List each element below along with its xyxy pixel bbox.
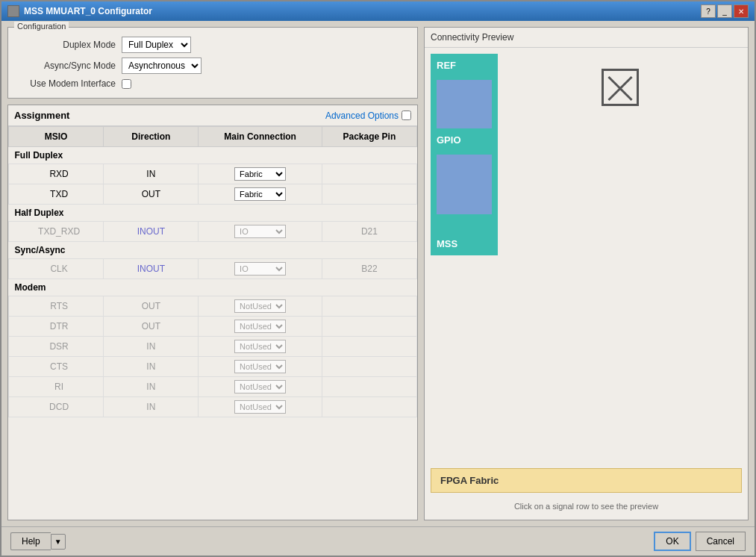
conn-dcd-select[interactable]: NotUsed Fabric IO <box>234 400 286 414</box>
modem-row: Use Modem Interface <box>17 78 408 89</box>
preview-hint-text: Click on a signal row to see the preview <box>514 502 658 511</box>
bottom-bar: Help ▼ OK Cancel <box>1 526 755 556</box>
fpga-fabric-bar: FPGA Fabric <box>431 468 742 493</box>
conn-dsr-select[interactable]: NotUsed Fabric IO <box>234 340 286 353</box>
mss-column: REF GPIO MSS <box>431 54 498 255</box>
conn-txd-rxd: IO Fabric NotUsed <box>199 222 322 242</box>
col-header-package-pin: Package Pin <box>322 127 416 147</box>
msio-dtr: DTR <box>9 317 104 337</box>
conn-rts: NotUsed Fabric IO <box>199 296 322 317</box>
msio-cts: CTS <box>9 357 104 377</box>
conn-clk-select[interactable]: IO Fabric NotUsed <box>234 262 286 276</box>
conn-txd: Fabric IO NotUsed <box>199 184 322 205</box>
msio-rxd: RXD <box>9 164 104 184</box>
msio-txd-rxd: TXD_RXD <box>9 222 104 242</box>
config-group-label: Configuration <box>14 22 69 31</box>
connectivity-preview-panel: Connectivity Preview REF <box>424 27 749 520</box>
table-row: DTR OUT NotUsed Fabric IO <box>9 317 417 337</box>
conn-rts-select[interactable]: NotUsed Fabric IO <box>234 299 286 313</box>
preview-hint: Click on a signal row to see the preview <box>431 499 742 514</box>
window-title: MSS MMUART_0 Configurator <box>24 6 152 16</box>
pkg-clk: B22 <box>322 259 416 279</box>
conn-txd-rxd-select[interactable]: IO Fabric NotUsed <box>234 225 286 238</box>
msio-dsr: DSR <box>9 337 104 357</box>
duplex-mode-select[interactable]: Full Duplex Half Duplex <box>122 37 191 53</box>
table-row: DCD IN NotUsed Fabric IO <box>9 397 417 417</box>
help-dropdown-arrow[interactable]: ▼ <box>51 534 66 550</box>
msio-ri: RI <box>9 377 104 397</box>
dir-clk: INOUT <box>104 259 199 279</box>
dir-rxd: IN <box>104 164 199 184</box>
section-sync-async-label: Sync/Async <box>9 242 417 259</box>
table-row: DSR IN NotUsed Fabric IO <box>9 337 417 357</box>
advanced-options-checkbox[interactable] <box>402 111 411 120</box>
conn-dsr: NotUsed Fabric IO <box>199 337 322 357</box>
close-button[interactable]: ✕ <box>734 4 749 18</box>
col-header-msio: MSIO <box>9 127 104 147</box>
pkg-dsr <box>322 337 416 357</box>
preview-title: Connectivity Preview <box>425 28 748 48</box>
dir-dtr: OUT <box>104 317 199 337</box>
conn-txd-select[interactable]: Fabric IO NotUsed <box>234 187 286 201</box>
preview-diagram: REF GPIO MSS <box>431 54 742 462</box>
table-row[interactable]: RXD IN Fabric IO NotUsed <box>9 164 417 184</box>
async-sync-row: Async/Sync Mode Asynchronous Synchronous <box>17 57 408 74</box>
help-button-titlebar[interactable]: ? <box>701 4 716 18</box>
msio-txd: TXD <box>9 184 104 205</box>
col-header-direction: Direction <box>104 127 199 147</box>
pkg-dtr <box>322 317 416 337</box>
conn-cts-select[interactable]: NotUsed Fabric IO <box>234 360 286 373</box>
gpio-label: GPIO <box>434 131 464 149</box>
pkg-dcd <box>322 397 416 417</box>
gpio-inner-block <box>437 155 492 214</box>
table-row[interactable]: TXD OUT Fabric IO NotUsed <box>9 184 417 205</box>
config-group: Configuration Duplex Mode Full Duplex Ha… <box>7 27 418 99</box>
table-row: CTS IN NotUsed Fabric IO <box>9 357 417 377</box>
dir-rts: OUT <box>104 296 199 317</box>
table-header-row: MSIO Direction Main Connection Package P… <box>9 127 417 147</box>
conn-rxd-select[interactable]: Fabric IO NotUsed <box>234 167 286 181</box>
minimize-button[interactable]: _ <box>717 4 732 18</box>
title-bar: MSS MMUART_0 Configurator ? _ ✕ <box>1 1 755 21</box>
assignment-title: Assignment <box>14 110 69 121</box>
fpga-fabric-label: FPGA Fabric <box>440 475 499 486</box>
col-header-main-connection: Main Connection <box>199 127 322 147</box>
conn-dtr: NotUsed Fabric IO <box>199 317 322 337</box>
async-sync-select[interactable]: Asynchronous Synchronous <box>122 57 202 74</box>
modem-checkbox[interactable] <box>122 79 131 89</box>
table-row: CLK INOUT IO Fabric NotUsed <box>9 259 417 279</box>
conn-dtr-select[interactable]: NotUsed Fabric IO <box>234 320 286 333</box>
xbox-symbol <box>602 69 639 106</box>
section-half-duplex: Half Duplex <box>9 205 417 222</box>
right-buttons: OK Cancel <box>654 532 746 551</box>
table-row: TXD_RXD INOUT IO Fabric NotUsed <box>9 222 417 242</box>
dir-dsr: IN <box>104 337 199 357</box>
assignment-table-container: MSIO Direction Main Connection Package P… <box>8 126 417 520</box>
help-button[interactable]: Help <box>10 532 51 550</box>
conn-cts: NotUsed Fabric IO <box>199 357 322 377</box>
conn-ri-select[interactable]: NotUsed Fabric IO <box>234 380 286 393</box>
table-row: RTS OUT NotUsed Fabric IO <box>9 296 417 317</box>
dir-cts: IN <box>104 357 199 377</box>
conn-clk: IO Fabric NotUsed <box>199 259 322 279</box>
assignment-table: MSIO Direction Main Connection Package P… <box>8 126 417 417</box>
assignment-panel: Assignment Advanced Options MSIO Directi… <box>7 105 418 520</box>
app-icon <box>7 5 19 17</box>
dir-txd-rxd: INOUT <box>104 222 199 242</box>
mss-label-block: MSS <box>431 218 498 255</box>
title-bar-controls: ? _ ✕ <box>701 4 749 18</box>
xbox-area <box>498 54 742 106</box>
pkg-cts <box>322 357 416 377</box>
preview-content: REF GPIO MSS <box>425 48 748 520</box>
cancel-button[interactable]: Cancel <box>696 532 746 551</box>
conn-dcd: NotUsed Fabric IO <box>199 397 322 417</box>
ok-button[interactable]: OK <box>654 532 690 551</box>
assignment-header: Assignment Advanced Options <box>8 105 417 126</box>
advanced-options[interactable]: Advanced Options <box>325 111 411 121</box>
dir-ri: IN <box>104 377 199 397</box>
left-panel: Configuration Duplex Mode Full Duplex Ha… <box>7 27 418 520</box>
dir-txd: OUT <box>104 184 199 205</box>
main-content: Configuration Duplex Mode Full Duplex Ha… <box>1 21 755 526</box>
pkg-rts <box>322 296 416 317</box>
section-modem-label: Modem <box>9 279 417 296</box>
